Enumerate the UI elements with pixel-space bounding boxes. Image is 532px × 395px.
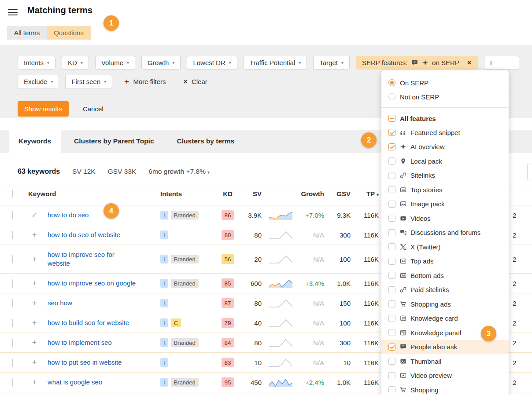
filter-serp-features[interactable]: SERP features:?on SERP× [356,56,478,69]
menu-icon[interactable] [8,7,18,17]
clipped-control[interactable] [527,164,532,180]
feature-checkbox[interactable] [388,229,395,236]
filter-kd[interactable]: KD▾ [62,56,89,69]
filter-exclude[interactable]: Exclude▾ [18,75,59,88]
filter-target[interactable]: Target▾ [313,56,350,69]
feature-shopping-ads[interactable]: Shopping ads [381,297,509,311]
feature-thumbnail[interactable]: Thumbnail [381,354,509,369]
row-checkbox[interactable] [12,378,13,387]
filter-growth[interactable]: Growth▾ [141,56,181,69]
cancel-button[interactable]: Cancel [80,105,106,113]
keyword-link[interactable]: how to implement seo [48,339,112,346]
feature-top-stories[interactable]: Top stories [381,183,509,197]
add-keyword-button[interactable]: + [25,378,44,387]
row-checkbox[interactable] [12,231,13,239]
radio-not-on-serp[interactable]: Not on SERP [381,90,509,104]
feature-checkbox[interactable] [388,157,395,165]
feature-checkbox[interactable] [388,258,395,265]
feature-top-ads[interactable]: AdTop ads [381,254,509,269]
feature-checkbox[interactable] [388,129,395,136]
tab-all-terms[interactable]: All terms [7,26,47,40]
more-filters-button[interactable]: +More filters [118,75,171,88]
tab-clusters-by-parent-topic[interactable]: Clusters by Parent Topic [64,130,163,153]
feature-checkbox[interactable] [388,386,395,393]
feature-x-twitter[interactable]: X (Twitter) [381,240,509,254]
column-header-tp[interactable]: TP ▾ [354,190,382,198]
add-keyword-button[interactable]: + [25,255,44,264]
show-results-button[interactable]: Show results [18,101,69,117]
feature-checkbox[interactable] [388,186,395,193]
column-header-kd[interactable]: KD [217,190,239,198]
add-keyword-button[interactable]: + [25,279,44,288]
feature-shopping[interactable]: Shopping [381,383,509,395]
feature-bottom-ads[interactable]: AdBottom ads [381,268,509,283]
add-keyword-button[interactable]: + [25,358,44,367]
column-header-sv[interactable]: SV [239,190,265,198]
row-checkbox[interactable] [12,211,13,219]
filter-intents[interactable]: Intents▾ [18,56,55,69]
row-checkbox[interactable] [12,255,13,263]
column-header-keyword[interactable]: Keyword [25,190,155,198]
keyword-link[interactable]: what is google seo [48,378,102,386]
feature-checkbox[interactable] [388,315,395,322]
row-checkbox[interactable] [12,339,13,347]
keyword-link[interactable]: how to do seo of website [48,231,120,238]
keyword-link[interactable]: how to improve seo for website [48,250,125,268]
filter-traffic-potential[interactable]: Traffic Potential▾ [244,56,307,69]
feature-checkbox[interactable] [388,272,395,279]
keyword-link[interactable]: how to put seo in website [48,358,122,366]
filter-lowest-dr[interactable]: Lowest DR▾ [187,56,237,69]
tab-questions[interactable]: Questions [47,26,91,40]
feature-paid-sitelinks[interactable]: Paid sitelinks [381,283,509,297]
feature-people-also-ask[interactable]: ?People also ask [381,340,509,355]
keyword-link[interactable]: how to build seo for website [48,319,129,326]
add-keyword-button[interactable]: + [25,338,44,347]
feature-checkbox[interactable] [388,215,395,222]
keyword-link[interactable]: how to do seo [48,211,89,219]
row-checkbox[interactable] [12,299,13,307]
feature-sitelinks[interactable]: Sitelinks [381,168,509,183]
radio-on-serp[interactable]: On SERP [381,76,509,90]
feature-image-pack[interactable]: Image pack [381,197,509,212]
tab-keywords[interactable]: Keywords [9,130,61,153]
feature-local-pack[interactable]: Local pack [381,154,509,168]
close-icon[interactable]: × [467,59,472,66]
row-checkbox[interactable] [12,279,13,288]
feature-featured-snippet[interactable]: Featured snippet [381,125,509,140]
feature-video-preview[interactable]: Video preview [381,369,509,383]
filter-volume[interactable]: Volume▾ [95,56,135,69]
all-features-checkbox[interactable] [388,115,395,122]
feature-checkbox[interactable] [388,143,395,150]
keyword-link[interactable]: seo how [48,299,72,307]
feature-checkbox[interactable] [388,372,395,379]
feature-videos[interactable]: Videos [381,211,509,226]
add-keyword-button[interactable]: + [25,230,44,240]
tab-clusters-by-terms[interactable]: Clusters by terms [167,130,244,153]
column-header-intents[interactable]: Intents [155,190,217,198]
row-checkbox[interactable] [12,358,13,367]
keyword-link[interactable]: how to improve seo on google [48,279,136,287]
feature-checkbox[interactable] [388,358,395,365]
column-header-growth[interactable]: Growth [296,190,328,198]
add-keyword-button[interactable]: + [25,299,44,308]
feature-checkbox[interactable] [388,286,395,293]
feature-knowledge-card[interactable]: Knowledge card [381,311,509,326]
column-header-gsv[interactable]: GSV [328,190,354,198]
feature-ai-overview[interactable]: AI overview [381,140,509,154]
added-check-icon[interactable]: ✓ [25,211,44,219]
select-all-checkbox[interactable] [12,190,13,198]
clipped-filter-button[interactable]: I [484,56,519,69]
feature-checkbox[interactable] [388,201,395,208]
feature-checkbox[interactable] [388,344,395,351]
row-checkbox[interactable] [12,319,13,327]
add-keyword-button[interactable]: + [25,318,44,328]
radio-icon[interactable] [388,93,395,100]
feature-discussions-and-forums[interactable]: Discussions and forums [381,226,509,240]
clear-filters-button[interactable]: ×Clear [178,75,213,88]
all-features-toggle[interactable]: All features [381,111,509,125]
feature-checkbox[interactable] [388,329,395,336]
growth-stat[interactable]: 6mo growth +7.8%▾ [148,168,210,176]
filter-first-seen[interactable]: First seen▾ [65,75,112,88]
feature-checkbox[interactable] [388,300,395,307]
radio-icon[interactable] [388,79,395,86]
